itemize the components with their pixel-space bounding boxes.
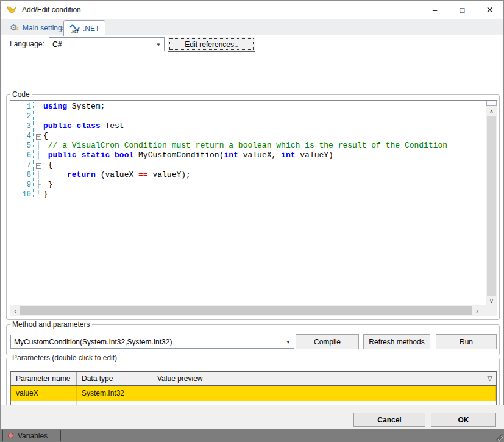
fold-margin: │ (34, 151, 43, 160)
method-groupbox: Method and parameters MyCustomCondition(… (6, 324, 500, 355)
column-header-data-type[interactable]: Data type (77, 372, 152, 385)
code-text: // a VisualCron Condition must return a … (43, 141, 447, 151)
fold-margin: │ (34, 141, 43, 151)
fold-collapse-icon[interactable]: − (34, 160, 43, 170)
vertical-scrollbar-thumb[interactable] (487, 116, 496, 296)
editor-splitter-handle[interactable] (486, 101, 497, 106)
code-groupbox: Code 1using System;23public class Test4−… (6, 94, 500, 320)
filter-icon[interactable]: ▽ (488, 374, 492, 382)
line-number: 9 (10, 180, 34, 190)
tab-strip: ⚙ ⚙ Main settings .NET .NET (1, 19, 503, 35)
scroll-down-icon[interactable]: ∨ (486, 296, 497, 305)
chevron-down-icon: ▼ (156, 41, 161, 47)
code-line: 7− { (10, 160, 486, 170)
code-text: public class Test (43, 121, 124, 131)
code-line: 4−{ (10, 131, 486, 141)
line-number: 1 (10, 102, 34, 112)
fold-margin (34, 102, 43, 112)
edit-references-button[interactable]: Edit references.. (168, 37, 255, 52)
variables-panel-button[interactable]: Variables (2, 430, 61, 441)
code-editor[interactable]: 1using System;23public class Test4−{5│ /… (10, 100, 497, 316)
code-line: 9├ } (10, 180, 486, 190)
line-number: 10 (10, 190, 34, 199)
parameters-table-header: Parameter name Data type Value preview ▽ (11, 372, 496, 386)
code-text: using System; (43, 102, 105, 112)
code-text: public static bool MyCustomCondition(int… (43, 151, 333, 160)
code-group-label: Code (10, 90, 32, 99)
run-button[interactable]: Run (436, 334, 497, 349)
vertical-scrollbar[interactable]: ∧ ∨ (486, 101, 497, 305)
variables-label: Variables (18, 432, 48, 440)
code-line: 10└} (10, 190, 486, 199)
svg-text:.NET: .NET (71, 30, 79, 34)
code-line: 2 (10, 112, 486, 121)
tab-dotnet-label: .NET (83, 24, 99, 33)
code-text: } (43, 190, 48, 199)
dotnet-icon: .NET (69, 23, 80, 34)
tab-main-settings-label: Main settings (23, 24, 66, 32)
window-title: Add/Edit condition (22, 5, 81, 14)
add-edit-condition-dialog: Add/Edit condition – □ ✕ ⚙ ⚙ Main settin… (0, 0, 504, 429)
line-number: 6 (10, 151, 34, 160)
code-line: 3public class Test (10, 121, 486, 131)
column-header-value-preview[interactable]: Value preview ▽ (152, 372, 496, 385)
dialog-footer: Cancel OK (1, 405, 504, 429)
resize-grip-icon[interactable] (494, 432, 503, 441)
fold-margin (34, 112, 43, 121)
line-number: 4 (10, 131, 34, 141)
line-number: 3 (10, 121, 34, 131)
horizontal-scrollbar[interactable]: ‹ › (10, 305, 488, 316)
gear-icon: ⚙ ⚙ (10, 23, 20, 33)
code-line: 6│ public static bool MyCustomCondition(… (10, 151, 486, 160)
compile-button[interactable]: Compile (296, 334, 359, 349)
minimize-button[interactable]: – (421, 1, 449, 19)
code-text: return (valueX == valueY); (43, 170, 191, 180)
code-lines[interactable]: 1using System;23public class Test4−{5│ /… (10, 102, 486, 199)
language-value: C# (52, 40, 62, 49)
line-number: 8 (10, 170, 34, 180)
visualcron-app-icon (6, 4, 17, 15)
title-bar[interactable]: Add/Edit condition – □ ✕ (1, 1, 503, 19)
param-name-cell[interactable]: valueX (11, 386, 77, 401)
line-number: 5 (10, 141, 34, 151)
cancel-button[interactable]: Cancel (353, 413, 425, 427)
code-text: } (43, 180, 53, 190)
code-text: { (43, 131, 48, 141)
maximize-button[interactable]: □ (449, 1, 476, 19)
line-number: 7 (10, 160, 34, 170)
table-row[interactable]: valueXSystem.Int32 (11, 386, 496, 401)
language-label: Language: (10, 40, 44, 48)
parameters-group-label: Parameters (double click to edit) (10, 354, 119, 362)
scrollbar-corner (486, 305, 497, 316)
code-text: { (43, 160, 53, 170)
method-group-label: Method and parameters (10, 320, 92, 329)
fold-margin: ├ (34, 180, 43, 190)
fold-collapse-icon[interactable]: − (34, 131, 43, 141)
close-button[interactable]: ✕ (476, 1, 503, 19)
tab-main-settings[interactable]: ⚙ ⚙ Main settings (5, 21, 71, 35)
data-type-cell[interactable]: System.Int32 (77, 386, 152, 401)
value-preview-cell[interactable] (152, 386, 496, 401)
chevron-down-icon: ▼ (286, 339, 291, 344)
language-combobox[interactable]: C# ▼ (49, 37, 165, 51)
code-line: 1using System; (10, 102, 486, 112)
column-header-parameter-name[interactable]: Parameter name (11, 372, 77, 385)
tab-dotnet[interactable]: .NET .NET (63, 20, 105, 36)
scroll-left-icon[interactable]: ‹ (10, 305, 20, 316)
method-combobox[interactable]: MyCustomCondition(System.Int32,System.In… (10, 335, 294, 349)
code-line: 5│ // a VisualCron Condition must return… (10, 141, 486, 151)
refresh-methods-button[interactable]: Refresh methods (363, 334, 430, 349)
ok-button[interactable]: OK (431, 413, 496, 427)
fold-margin: └ (34, 190, 43, 199)
code-line: 8│ return (valueX == valueY); (10, 170, 486, 180)
scroll-right-icon[interactable]: › (472, 305, 482, 316)
fold-margin: │ (34, 170, 43, 180)
red-dot-icon (8, 433, 13, 438)
dotnet-tab-page: Language: C# ▼ Edit references.. Code 1u… (1, 35, 503, 405)
fold-margin (34, 121, 43, 131)
scroll-up-icon[interactable]: ∧ (486, 107, 497, 116)
background-status-strip: Variables (0, 429, 504, 442)
line-number: 2 (10, 112, 34, 121)
horizontal-scrollbar-thumb[interactable] (20, 306, 472, 315)
method-value: MyCustomCondition(System.Int32,System.In… (14, 338, 172, 346)
